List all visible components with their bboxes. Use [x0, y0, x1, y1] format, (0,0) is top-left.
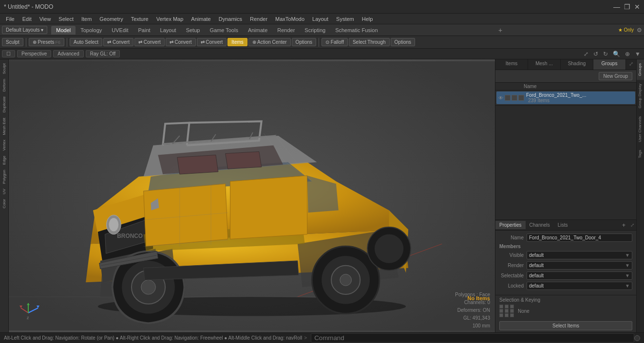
- sidebar-item-mesh[interactable]: Mesh Edit: [1, 116, 7, 137]
- command-input[interactable]: [311, 333, 634, 343]
- name-property-value[interactable]: Ford_Bronco_2021_Two_Door_4: [527, 234, 632, 242]
- default-layouts-dropdown[interactable]: Default Layouts ▾: [2, 26, 47, 34]
- expand-icon[interactable]: >: [304, 335, 307, 341]
- tab-setup[interactable]: Setup: [181, 26, 205, 35]
- side-tab-tags[interactable]: Tags: [637, 146, 644, 162]
- options-button-2[interactable]: Options: [391, 38, 415, 46]
- viewport[interactable]: BRONCO: [9, 59, 495, 332]
- sidebar-item-uv[interactable]: UV: [1, 187, 7, 196]
- menu-layout[interactable]: Layout: [308, 15, 332, 23]
- convert-button-2[interactable]: ⇄ Convert: [134, 38, 165, 46]
- auto-select-button[interactable]: Auto Select: [70, 38, 102, 46]
- viewport-toggle-button[interactable]: ☐: [2, 50, 15, 57]
- menu-maxtomodo[interactable]: MaxToModo: [271, 15, 308, 23]
- maximize-button[interactable]: ❐: [624, 3, 630, 11]
- separator-1: [26, 38, 26, 47]
- sidebar-item-edge[interactable]: Edge: [1, 154, 7, 167]
- menu-view[interactable]: View: [36, 15, 55, 23]
- side-tab-groups[interactable]: Groups: [637, 59, 644, 80]
- tab-channels[interactable]: Channels: [526, 221, 554, 229]
- locked-dropdown[interactable]: default ▼: [527, 282, 632, 290]
- tab-mesh[interactable]: Mesh ...: [528, 59, 561, 70]
- settings-icon[interactable]: ⚙: [637, 27, 642, 34]
- properties-tabs: Properties Channels Lists + ⤢: [495, 220, 636, 231]
- presets-button[interactable]: ⊕ Presets F6: [29, 38, 64, 46]
- menu-item[interactable]: Item: [77, 15, 95, 23]
- options-button-1[interactable]: Options: [292, 38, 316, 46]
- convert-button-3[interactable]: ⇄ Convert: [166, 38, 196, 46]
- bottom-bar: Alt-Left Click and Drag: Navigation: Rot…: [0, 332, 644, 343]
- sidebar-item-polygon[interactable]: Polygon: [1, 168, 7, 186]
- more-button[interactable]: ▼: [633, 51, 642, 57]
- perspective-button[interactable]: Perspective: [17, 50, 51, 57]
- falloff-button[interactable]: ⊙ Falloff: [322, 38, 348, 46]
- zoom-button[interactable]: 🔍: [611, 51, 622, 57]
- properties-expand-icon[interactable]: ⤢: [628, 221, 636, 229]
- tabbar: Default Layouts ▾ Model Topology UVEdit …: [0, 24, 644, 36]
- group-visibility-icon[interactable]: 👁: [498, 95, 503, 101]
- tab-layout[interactable]: Layout: [155, 26, 181, 35]
- group-icon-2[interactable]: [511, 95, 517, 101]
- menu-dynamics[interactable]: Dynamics: [215, 15, 246, 23]
- menu-system[interactable]: System: [332, 15, 358, 23]
- select-through-button[interactable]: Select Through: [349, 38, 390, 46]
- visible-dropdown[interactable]: default ▼: [527, 251, 632, 259]
- tab-shading[interactable]: Shading: [561, 59, 593, 70]
- tab-lists[interactable]: Lists: [554, 221, 572, 229]
- sidebar-item-color[interactable]: Color: [1, 197, 7, 210]
- minimize-button[interactable]: —: [613, 3, 620, 11]
- group-icon-1[interactable]: [505, 95, 511, 101]
- menu-render[interactable]: Render: [246, 15, 271, 23]
- ray-button[interactable]: Ray GL: Off: [86, 50, 120, 57]
- panel-expand-icon[interactable]: ⤢: [626, 59, 636, 70]
- sel-dot-6: [510, 309, 514, 313]
- advanced-button[interactable]: Advanced: [53, 50, 83, 57]
- rotate-ccw-button[interactable]: ↺: [592, 51, 600, 57]
- convert-button-1[interactable]: ⇄ Convert: [103, 38, 133, 46]
- add-tab-button[interactable]: +: [496, 26, 504, 34]
- items-button[interactable]: Items: [227, 38, 247, 46]
- sculpt-button[interactable]: Sculpt: [2, 38, 23, 46]
- sidebar-item-deform[interactable]: Deform: [1, 77, 7, 93]
- rotate-cw-button[interactable]: ↻: [602, 51, 609, 57]
- side-tab-group-display[interactable]: Group Display: [637, 80, 644, 112]
- select-items-button[interactable]: Select Items: [499, 321, 632, 330]
- center-button[interactable]: ⊕: [624, 51, 631, 57]
- menu-animate[interactable]: Animate: [187, 15, 214, 23]
- menu-vertex-map[interactable]: Vertex Map: [152, 15, 188, 23]
- group-item[interactable]: 👁 Ford_Bronco_2021_Two_... 239 Items: [496, 91, 635, 104]
- menu-help[interactable]: Help: [358, 15, 377, 23]
- convert-button-4[interactable]: ⇄ Convert: [197, 38, 227, 46]
- tab-properties[interactable]: Properties: [495, 221, 526, 229]
- new-group-button[interactable]: New Group: [599, 72, 632, 80]
- action-center-button[interactable]: ⊕ Action Center: [248, 38, 291, 46]
- menu-texture[interactable]: Texture: [127, 15, 152, 23]
- tab-render[interactable]: Render: [272, 26, 300, 35]
- tab-items[interactable]: Items: [495, 59, 528, 70]
- menu-edit[interactable]: Edit: [19, 15, 36, 23]
- tab-animate[interactable]: Animate: [243, 26, 272, 35]
- svg-marker-27: [19, 306, 22, 308]
- selectable-dropdown[interactable]: default ▼: [527, 271, 632, 280]
- tab-groups[interactable]: Groups: [593, 59, 626, 70]
- side-tab-user-channels[interactable]: User Channels: [637, 112, 644, 146]
- fit-button[interactable]: ⤢: [582, 51, 590, 57]
- add-property-button[interactable]: +: [619, 221, 628, 230]
- tab-uvedit[interactable]: UVEdit: [107, 26, 133, 35]
- tab-model[interactable]: Model: [51, 26, 76, 35]
- group-icon-3[interactable]: [518, 95, 524, 101]
- sidebar-item-duplicate[interactable]: Duplicate: [1, 94, 7, 114]
- deformers-label: Deformers: ON: [455, 307, 490, 314]
- menu-select[interactable]: Select: [55, 15, 77, 23]
- close-button[interactable]: ✕: [634, 3, 640, 11]
- tab-scripting[interactable]: Scripting: [300, 26, 330, 35]
- render-dropdown[interactable]: default ▼: [527, 261, 632, 270]
- menu-file[interactable]: File: [2, 15, 19, 23]
- sidebar-item-vertex[interactable]: Vertex: [1, 138, 7, 153]
- menu-geometry[interactable]: Geometry: [95, 15, 127, 23]
- tab-paint[interactable]: Paint: [133, 26, 155, 35]
- tab-game-tools[interactable]: Game Tools: [205, 26, 243, 35]
- tab-topology[interactable]: Topology: [76, 26, 107, 35]
- sidebar-item-sculpt[interactable]: Sculpt: [1, 61, 7, 76]
- tab-schematic[interactable]: Schematic Fusion: [330, 26, 382, 35]
